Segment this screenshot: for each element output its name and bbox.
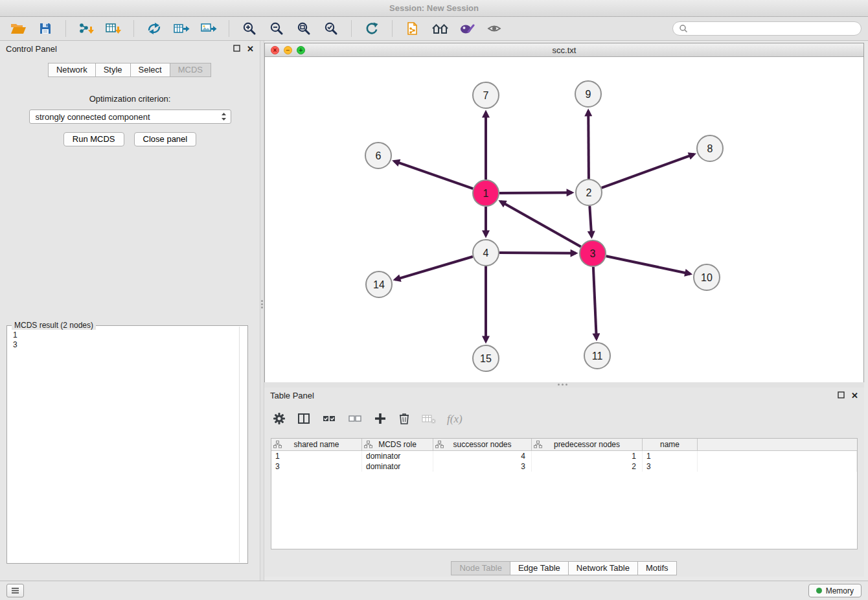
close-panel-button[interactable]: ✕ [247, 45, 254, 53]
column-header-shared-name[interactable]: shared name [271, 439, 362, 450]
graph-node-7[interactable]: 7 [473, 82, 499, 108]
zoom-selected-button[interactable] [319, 19, 343, 38]
graph-edge-3-1[interactable] [501, 202, 581, 247]
zoom-fit-button[interactable] [292, 19, 315, 38]
graph-edge-3-10[interactable] [606, 256, 691, 273]
tab-mcds[interactable]: MCDS [170, 63, 211, 77]
refresh-button[interactable] [360, 19, 383, 38]
column-header-predecessor-nodes[interactable]: predecessor nodes [532, 439, 643, 450]
save-session-button[interactable] [34, 19, 57, 38]
deselect-all-columns-button[interactable] [347, 411, 363, 428]
horizontal-splitter[interactable] [264, 382, 864, 387]
tab-select[interactable]: Select [130, 63, 170, 77]
import-network-button[interactable] [74, 19, 98, 38]
cell-name[interactable]: 1 [643, 451, 698, 461]
splitter-handle[interactable] [261, 299, 263, 310]
network-canvas[interactable]: 7968124314101511 [265, 58, 863, 382]
tab-network[interactable]: Network [48, 63, 96, 77]
cell-successor-nodes[interactable]: 4 [433, 451, 532, 461]
table-row[interactable]: 1 dominator 4 1 1 [271, 451, 857, 461]
graph-node-9[interactable]: 9 [575, 81, 601, 107]
graph-node-label: 15 [480, 353, 492, 364]
network-graph-svg[interactable]: 7968124314101511 [265, 58, 863, 382]
float-panel-button[interactable] [233, 44, 240, 54]
export-network-icon [146, 21, 162, 36]
graph-node-14[interactable]: 14 [366, 271, 392, 297]
home-layout-button[interactable] [428, 19, 451, 38]
graph-node-10[interactable]: 10 [694, 264, 720, 290]
open-session-button[interactable] [6, 19, 30, 38]
column-header-successor-nodes[interactable]: successor nodes [433, 439, 532, 450]
graph-node-8[interactable]: 8 [697, 135, 723, 161]
graph-node-3[interactable]: 3 [580, 240, 606, 266]
cell-predecessor-nodes[interactable]: 2 [532, 461, 643, 472]
graph-edge-2-3[interactable] [589, 206, 591, 237]
graph-node-4[interactable]: 4 [473, 240, 499, 266]
title-bar: Session: New Session [0, 0, 868, 17]
tab-edge-table[interactable]: Edge Table [510, 561, 569, 575]
delete-column-button[interactable] [398, 411, 411, 428]
network-window-titlebar[interactable]: × − + scc.txt [265, 43, 863, 57]
zoom-in-button[interactable] [238, 19, 261, 38]
graph-edge-4-14[interactable] [395, 257, 473, 280]
cell-mcds-role[interactable]: dominator [362, 461, 433, 472]
memory-button[interactable]: Memory [808, 584, 862, 597]
export-network-button[interactable] [143, 19, 166, 38]
splitter-handle[interactable] [558, 384, 567, 386]
close-panel-button-2[interactable]: Close panel [134, 132, 197, 146]
graph-edge-4-3[interactable] [499, 253, 576, 253]
graph-edge-3-11[interactable] [593, 267, 597, 339]
cell-successor-nodes[interactable]: 3 [433, 461, 532, 472]
add-column-button[interactable] [373, 411, 387, 428]
graph-edge-2-9[interactable] [588, 111, 589, 179]
cell-shared-name[interactable]: 3 [271, 461, 362, 472]
export-image-button[interactable] [197, 19, 220, 38]
select-all-columns-button[interactable] [321, 411, 337, 428]
delete-table-icon [421, 411, 437, 426]
close-table-panel-button[interactable]: ✕ [851, 391, 858, 400]
export-table-button[interactable] [170, 19, 193, 38]
table-row[interactable]: 3 dominator 3 2 3 [271, 461, 857, 472]
graph-edge-1-2[interactable] [499, 192, 572, 193]
cell-predecessor-nodes[interactable]: 1 [532, 451, 643, 461]
tab-node-table[interactable]: Node Table [451, 561, 510, 575]
tab-style[interactable]: Style [95, 63, 131, 77]
minimize-window-button[interactable]: − [284, 46, 292, 54]
graph-node-2[interactable]: 2 [576, 179, 602, 205]
graph-node-15[interactable]: 15 [473, 345, 499, 371]
table-settings-button[interactable] [272, 411, 286, 428]
cell-mcds-role[interactable]: dominator [362, 451, 433, 461]
vertical-splitter[interactable] [260, 41, 264, 581]
zoom-out-button[interactable] [265, 19, 288, 38]
float-table-panel-button[interactable] [838, 391, 845, 400]
column-header-mcds-role[interactable]: MCDS role [362, 439, 433, 450]
cell-shared-name[interactable]: 1 [271, 451, 362, 461]
zoom-window-button[interactable]: + [297, 46, 305, 54]
graph-node-label: 3 [590, 248, 596, 259]
show-columns-button[interactable] [297, 411, 311, 428]
graph-edge-1-6[interactable] [394, 161, 474, 189]
graph-node-1[interactable]: 1 [473, 180, 499, 206]
show-details-button[interactable] [483, 19, 506, 38]
search-input[interactable] [691, 24, 855, 33]
tab-network-table[interactable]: Network Table [568, 561, 638, 575]
hierarchy-icon [364, 441, 372, 448]
graph-node-6[interactable]: 6 [365, 143, 391, 168]
criterion-dropdown[interactable]: strongly connected component [29, 110, 231, 124]
style-button[interactable] [455, 19, 479, 38]
cell-name[interactable]: 3 [643, 461, 698, 472]
main-toolbar [0, 17, 868, 41]
search-icon [679, 24, 688, 33]
table-panel-header: Table Panel ✕ [264, 387, 864, 403]
import-table-button[interactable] [102, 19, 125, 38]
result-scrollbar-track[interactable] [239, 327, 240, 562]
close-window-button[interactable]: × [271, 46, 279, 54]
graph-node-11[interactable]: 11 [584, 343, 610, 369]
search-box[interactable] [672, 21, 862, 36]
run-mcds-button[interactable]: Run MCDS [63, 132, 124, 146]
tab-motifs[interactable]: Motifs [637, 561, 677, 575]
network-document-button[interactable] [401, 19, 424, 38]
panel-menu-button[interactable] [6, 584, 24, 597]
column-header-name[interactable]: name [643, 439, 698, 450]
graph-edge-2-8[interactable] [602, 154, 694, 188]
